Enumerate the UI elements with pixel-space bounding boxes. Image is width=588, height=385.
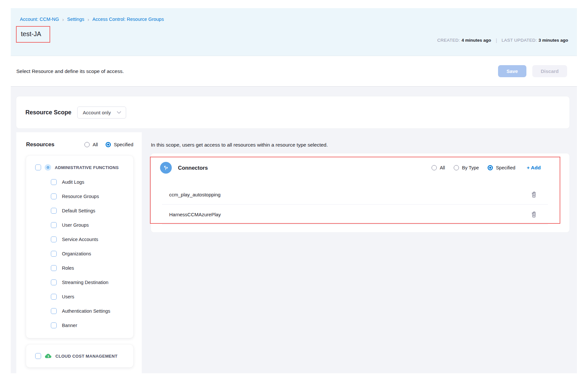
page: Account: CCM-NG › Settings › Access Cont… (11, 8, 577, 373)
connector-name: HarnessCCMAzurePlay (169, 212, 530, 217)
connectors-header: Connectors All By Type (151, 157, 569, 178)
admin-functions-card: ⚙ ADMINISTRATIVE FUNCTIONS Audit Logs Re… (26, 156, 133, 338)
item-checkbox[interactable] (51, 193, 57, 199)
resource-scope-label: Resource Scope (25, 109, 71, 116)
connectors-filter: All By Type Specified + A (432, 165, 541, 171)
item-checkbox[interactable] (51, 179, 57, 185)
item-checkbox[interactable] (51, 222, 57, 228)
radio-unselected-icon[interactable] (84, 142, 90, 147)
resources-radio-specified[interactable]: Specified (106, 142, 133, 147)
cloud-cost-header: $ CLOUD COST MANAGEMENT (35, 353, 130, 359)
chevron-right-icon: › (62, 17, 64, 22)
list-item: Audit Logs (51, 179, 130, 185)
connectors-radio-specified[interactable]: Specified (488, 165, 515, 170)
breadcrumb-current-link[interactable]: Access Control: Resource Groups (92, 17, 164, 22)
item-checkbox[interactable] (51, 251, 57, 257)
connector-row: ccm_play_autostopping (151, 185, 569, 204)
list-item: Resource Groups (51, 193, 130, 199)
connector-row: HarnessCCMAzurePlay (151, 205, 569, 224)
meta-divider: | (496, 37, 497, 43)
item-checkbox[interactable] (51, 308, 57, 314)
list-item: Roles (51, 265, 130, 271)
action-toolbar: Select Resource and define its scope of … (11, 56, 577, 87)
resources-title: Resources (26, 141, 54, 148)
gear-icon: ⚙ (45, 164, 51, 171)
cloud-cost-checkbox[interactable] (35, 353, 41, 359)
chevron-right-icon: › (87, 17, 89, 22)
item-checkbox[interactable] (51, 322, 57, 328)
item-checkbox[interactable] (51, 236, 57, 242)
list-item: Organizations (51, 251, 130, 257)
connectors-radio-by-type[interactable]: By Type (454, 165, 479, 170)
item-checkbox[interactable] (51, 208, 57, 214)
list-item: Streaming Destination (51, 279, 130, 285)
list-item: Authentication Settings (51, 308, 130, 314)
resources-filter: All Specified (84, 142, 133, 147)
list-item: Banner (51, 322, 130, 328)
resources-panel-header: Resources All Specified (26, 141, 133, 148)
content-area: Resource Scope Account only Resources Al… (11, 87, 577, 373)
main-column: In this scope, users get access to all r… (142, 132, 569, 373)
list-item: User Groups (51, 222, 130, 228)
admin-functions-label: ADMINISTRATIVE FUNCTIONS (55, 165, 119, 170)
breadcrumb: Account: CCM-NG › Settings › Access Cont… (11, 8, 577, 22)
admin-functions-checkbox[interactable] (35, 164, 41, 170)
list-item: Default Settings (51, 208, 130, 214)
admin-functions-header: ⚙ ADMINISTRATIVE FUNCTIONS (35, 164, 130, 171)
resource-scope-dropdown[interactable]: Account only (77, 107, 126, 119)
trash-icon (531, 191, 537, 198)
breadcrumb-account-link[interactable]: Account: CCM-NG (20, 17, 59, 22)
connectors-title: Connectors (178, 165, 208, 171)
radio-unselected-icon[interactable] (454, 165, 459, 170)
cloud-cost-label: CLOUD COST MANAGEMENT (55, 354, 117, 359)
item-checkbox[interactable] (51, 265, 57, 271)
created-at: CREATED:4 minutes ago (437, 38, 491, 43)
toolbar-actions: Save Discard (498, 65, 567, 77)
connectors-card: Connectors All By Type (151, 153, 569, 232)
item-checkbox[interactable] (51, 279, 57, 285)
last-updated-at: LAST UPDATED:3 minutes ago (502, 38, 568, 43)
trash-icon (531, 211, 537, 218)
resources-radio-all[interactable]: All (84, 142, 98, 147)
page-title: test-JA (21, 30, 41, 37)
resources-panel: Resources All Specified (16, 132, 142, 373)
list-item: Service Accounts (51, 236, 130, 242)
connectors-section: Connectors All By Type (151, 153, 569, 232)
page-header: Account: CCM-NG › Settings › Access Cont… (11, 8, 577, 56)
radio-selected-icon[interactable] (488, 165, 493, 170)
page-title-highlight-box: test-JA (16, 26, 50, 43)
connectors-radio-all[interactable]: All (432, 165, 445, 170)
breadcrumb-settings-link[interactable]: Settings (67, 17, 84, 22)
chevron-down-icon (117, 111, 121, 114)
save-button[interactable]: Save (498, 65, 526, 77)
admin-functions-items: Audit Logs Resource Groups Default Setti… (51, 179, 130, 328)
row-divider (162, 224, 548, 224)
cloud-dollar-icon: $ (45, 353, 52, 359)
columns: Resources All Specified (16, 132, 569, 373)
scope-note: In this scope, users get access to all r… (151, 142, 569, 148)
add-connector-button[interactable]: + Add (527, 165, 541, 171)
radio-selected-icon[interactable] (106, 142, 111, 147)
header-meta: CREATED:4 minutes ago | LAST UPDATED:3 m… (437, 37, 568, 43)
resource-scope-value: Account only (83, 110, 111, 115)
radio-unselected-icon[interactable] (432, 165, 437, 170)
connectors-list: ccm_play_autostopping (151, 185, 569, 224)
toolbar-description: Select Resource and define its scope of … (16, 68, 124, 74)
discard-button[interactable]: Discard (532, 65, 567, 77)
delete-connector-button[interactable] (530, 190, 538, 199)
list-item: Users (51, 294, 130, 300)
resource-scope-card: Resource Scope Account only (16, 96, 569, 128)
connector-name: ccm_play_autostopping (169, 192, 530, 197)
item-checkbox[interactable] (51, 294, 57, 300)
delete-connector-button[interactable] (530, 210, 538, 219)
fork-arrows-icon (160, 162, 172, 174)
cloud-cost-card: $ CLOUD COST MANAGEMENT (26, 345, 133, 367)
svg-text:$: $ (48, 355, 49, 358)
